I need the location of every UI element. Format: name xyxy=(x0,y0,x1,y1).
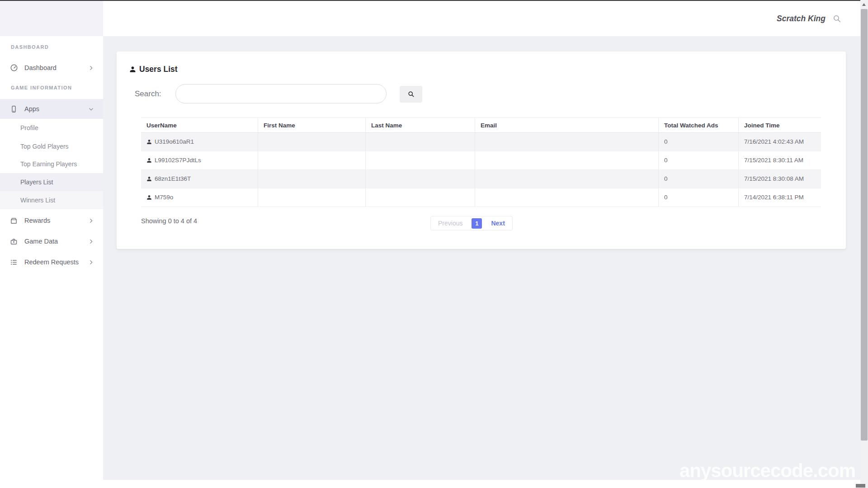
username-text: 68zn1E1t36T xyxy=(155,170,191,188)
first-name-cell xyxy=(258,133,366,151)
gift-box-icon xyxy=(10,216,18,225)
chevron-right-icon xyxy=(88,65,94,71)
users-list-card: Users List Search: UserName First Name L… xyxy=(117,52,846,249)
search-label: Search: xyxy=(135,89,161,99)
chevron-right-icon xyxy=(88,259,94,265)
user-icon xyxy=(146,139,152,145)
last-name-cell xyxy=(366,133,475,151)
table-row: M759o 0 7/14/2021 6:38:11 PM xyxy=(141,188,821,207)
search-button[interactable] xyxy=(400,86,422,103)
column-header-username[interactable]: UserName xyxy=(141,117,258,133)
joined-time-cell: 7/14/2021 6:38:11 PM xyxy=(739,188,821,207)
sidebar-item-rewards[interactable]: Rewards xyxy=(0,211,103,230)
scrollbar-corner-handle[interactable] xyxy=(856,484,865,488)
table-row: U319o610aR1 0 7/16/2021 4:02:43 AM xyxy=(141,133,821,151)
header-search-icon[interactable] xyxy=(833,14,841,23)
brand-title: Scratch King xyxy=(777,14,826,23)
sidebar-item-dashboard[interactable]: Dashboard xyxy=(0,58,103,78)
scrollbar-thumb[interactable] xyxy=(861,9,868,441)
top-header: Scratch King xyxy=(103,1,860,36)
username-cell: 68zn1E1t36T xyxy=(141,170,258,188)
username-cell: L99102S7PJdtLs xyxy=(141,151,258,170)
briefcase-icon xyxy=(10,237,18,245)
username-cell: U319o610aR1 xyxy=(141,133,258,151)
sidebar-item-label: Apps xyxy=(24,105,88,113)
mobile-icon xyxy=(10,105,18,113)
sidebar-subitem-top-earning-players[interactable]: Top Earning Players xyxy=(0,155,103,173)
sidebar-item-label: Dashboard xyxy=(24,64,88,71)
sidebar-item-label: Redeem Requests xyxy=(24,258,88,266)
sidebar-item-redeem-requests[interactable]: Redeem Requests xyxy=(0,252,103,272)
sidebar-subitem-profile[interactable]: Profile xyxy=(0,119,103,137)
subitem-label: Top Earning Players xyxy=(20,160,77,168)
speedometer-icon xyxy=(10,64,18,72)
table-header-row: UserName First Name Last Name Email Tota… xyxy=(141,117,821,133)
subitem-label: Winners List xyxy=(20,197,55,204)
joined-time-cell: 7/15/2021 8:30:08 AM xyxy=(739,170,821,188)
first-name-cell xyxy=(258,151,366,170)
column-header-first-name[interactable]: First Name xyxy=(258,117,366,133)
users-table: UserName First Name Last Name Email Tota… xyxy=(141,117,821,207)
username-text: U319o610aR1 xyxy=(155,133,194,151)
user-icon xyxy=(146,176,152,182)
table-row: 68zn1E1t36T 0 7/15/2021 8:30:08 AM xyxy=(141,170,821,188)
column-header-last-name[interactable]: Last Name xyxy=(366,117,475,133)
pagination-next-button[interactable]: Next xyxy=(486,218,510,229)
watermark-text: anysourcecode.com xyxy=(679,460,855,482)
list-icon xyxy=(10,258,18,266)
sidebar-section-dashboard: DASHBOARD xyxy=(11,44,97,50)
first-name-cell xyxy=(258,170,366,188)
total-watched-ads-cell: 0 xyxy=(659,133,739,151)
sidebar-item-game-data[interactable]: Game Data xyxy=(0,231,103,251)
joined-time-cell: 7/16/2021 4:02:43 AM xyxy=(739,133,821,151)
email-cell xyxy=(475,133,659,151)
column-header-total-watched-ads[interactable]: Total Watched Ads xyxy=(659,117,739,133)
pagination-page-1-button[interactable]: 1 xyxy=(472,218,482,229)
username-cell: M759o xyxy=(141,188,258,207)
joined-time-cell: 7/15/2021 8:30:11 AM xyxy=(739,151,821,170)
showing-entries-text: Showing 0 to 4 of 4 xyxy=(141,217,197,225)
last-name-cell xyxy=(366,170,475,188)
sidebar-item-apps[interactable]: Apps xyxy=(0,99,103,119)
email-cell xyxy=(475,151,659,170)
table-row: L99102S7PJdtLs 0 7/15/2021 8:30:11 AM xyxy=(141,151,821,170)
subitem-label: Top Gold Players xyxy=(20,143,69,150)
subitem-label: Profile xyxy=(20,124,38,131)
user-icon xyxy=(146,195,152,200)
subitem-label: Players List xyxy=(20,178,53,186)
scrollbar-up-arrow-icon[interactable] xyxy=(862,3,866,6)
sidebar-subitem-winners-list[interactable]: Winners List xyxy=(0,191,103,209)
chevron-right-icon xyxy=(88,239,94,244)
user-icon xyxy=(146,158,152,163)
user-icon xyxy=(129,66,136,73)
vertical-scrollbar[interactable] xyxy=(860,0,868,488)
total-watched-ads-cell: 0 xyxy=(659,170,739,188)
column-header-joined-time[interactable]: Joined Time xyxy=(739,117,821,133)
column-header-email[interactable]: Email xyxy=(475,117,659,133)
sidebar-section-game-information: GAME INFORMATION xyxy=(11,85,97,90)
sidebar: DASHBOARD Dashboard GAME INFORMATION App… xyxy=(0,1,103,488)
sidebar-item-label: Rewards xyxy=(24,217,88,224)
search-input[interactable] xyxy=(175,84,387,103)
first-name-cell xyxy=(258,188,366,207)
last-name-cell xyxy=(366,188,475,207)
username-text: M759o xyxy=(155,188,173,206)
sidebar-logo-area xyxy=(0,1,103,36)
pagination-previous-button[interactable]: Previous xyxy=(433,218,468,229)
total-watched-ads-cell: 0 xyxy=(659,151,739,170)
app-window: DASHBOARD Dashboard GAME INFORMATION App… xyxy=(0,0,868,488)
last-name-cell xyxy=(366,151,475,170)
sidebar-item-label: Game Data xyxy=(24,238,88,245)
chevron-down-icon xyxy=(88,106,94,112)
sidebar-subitem-top-gold-players[interactable]: Top Gold Players xyxy=(0,137,103,155)
pagination: Previous 1 Next xyxy=(430,216,513,230)
card-title: Users List xyxy=(129,65,178,74)
email-cell xyxy=(475,188,659,207)
username-text: L99102S7PJdtLs xyxy=(155,151,201,169)
chevron-right-icon xyxy=(88,218,94,224)
email-cell xyxy=(475,170,659,188)
page-title: Users List xyxy=(139,65,178,74)
sidebar-subitem-players-list[interactable]: Players List xyxy=(0,173,103,191)
total-watched-ads-cell: 0 xyxy=(659,188,739,207)
